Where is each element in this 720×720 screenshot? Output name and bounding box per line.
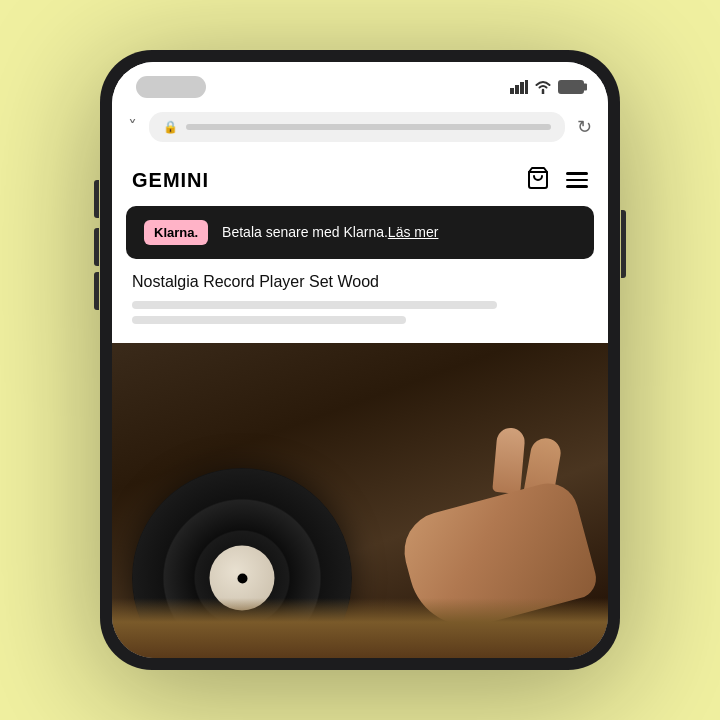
reload-button[interactable]: ↻ — [577, 116, 592, 138]
klarna-banner[interactable]: Klarna. Betala senare med Klarna.Läs mer — [126, 206, 594, 259]
app-header: GEMINI — [112, 152, 608, 206]
hamburger-line — [566, 179, 588, 182]
app-content: GEMINI — [112, 152, 608, 658]
product-meta-line-1 — [132, 301, 497, 309]
lock-icon: 🔒 — [163, 120, 178, 134]
url-bar[interactable]: 🔒 — [149, 112, 565, 142]
url-text — [186, 124, 551, 130]
cart-icon — [526, 166, 550, 190]
dynamic-island — [136, 76, 206, 98]
cart-button[interactable] — [526, 166, 550, 194]
brand-logo: GEMINI — [132, 169, 209, 192]
status-bar — [112, 62, 608, 106]
header-icons — [526, 166, 588, 194]
klarna-description: Betala senare med Klarna.Läs mer — [222, 223, 438, 241]
browser-back-button[interactable]: ˅ — [128, 118, 137, 136]
svg-marker-2 — [520, 82, 524, 94]
hamburger-line — [566, 172, 588, 175]
phone-screen: ˅ 🔒 ↻ GEMINI — [112, 62, 608, 658]
vinyl-hole — [237, 573, 247, 583]
wifi-icon — [534, 80, 552, 94]
product-image — [112, 343, 608, 658]
svg-marker-1 — [515, 85, 519, 94]
klarna-logo: Klarna. — [144, 220, 208, 245]
svg-marker-3 — [525, 80, 528, 94]
finger-2 — [492, 427, 526, 494]
hamburger-line — [566, 185, 588, 188]
menu-button[interactable] — [566, 172, 588, 188]
hand-area — [388, 458, 608, 618]
battery-icon — [558, 80, 584, 94]
product-meta-line-2 — [132, 316, 406, 324]
record-player-scene — [112, 343, 608, 658]
wood-surface — [112, 598, 608, 658]
product-title: Nostalgia Record Player Set Wood — [132, 273, 588, 291]
klarna-learn-more-link[interactable]: Läs mer — [388, 224, 439, 240]
phone-frame: ˅ 🔒 ↻ GEMINI — [100, 50, 620, 670]
signal-icon — [510, 80, 528, 94]
status-icons — [510, 80, 584, 94]
product-info: Nostalgia Record Player Set Wood — [112, 273, 608, 343]
phone-mockup: ˅ 🔒 ↻ GEMINI — [100, 50, 620, 670]
svg-marker-0 — [510, 88, 514, 94]
browser-bar[interactable]: ˅ 🔒 ↻ — [112, 106, 608, 152]
